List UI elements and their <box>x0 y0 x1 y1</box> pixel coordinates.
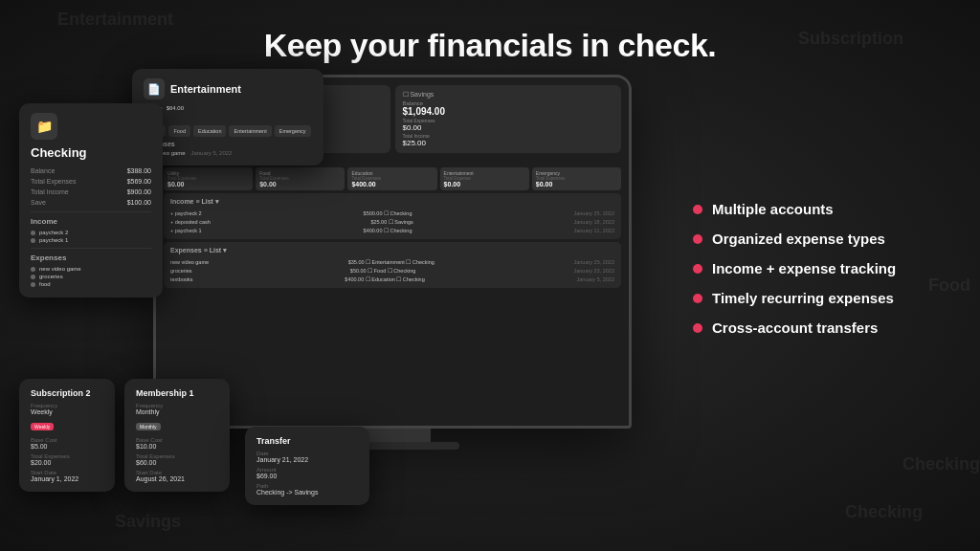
savings-title: Savings <box>410 91 434 98</box>
income-value: $900.00 <box>127 188 151 195</box>
ent-area-4: Emergency <box>275 125 311 137</box>
income-name-0: paycheck 2 <box>39 230 68 235</box>
savings-icon-label: ☐ Savings <box>403 91 614 99</box>
entertainment-header: 📄 Entertainment <box>144 78 312 99</box>
area-education: Education Total Expenses $400.00 <box>347 167 436 190</box>
sub-start-value: January 1, 2022 <box>31 475 103 482</box>
savings-account-card: ☐ Savings Balance $1,094.00 Total Expens… <box>395 85 622 153</box>
ent-expenses-label: Expenses <box>144 141 312 147</box>
transfer-title: Transfer <box>256 436 358 446</box>
feature-label-4: Cross-account transfers <box>712 320 878 336</box>
page-title: Keep your financials in check. <box>0 27 980 64</box>
area-food: Food Total Expenses $0.00 <box>256 167 345 190</box>
membership-title: Membership 1 <box>136 388 218 398</box>
ent-areas-row: Utility Food Education Entertainment Eme… <box>144 125 312 137</box>
entertainment-title: Entertainment <box>170 83 241 95</box>
income-name-1: paycheck 1 <box>39 237 68 243</box>
expense-row-0: new video game $35.00 ☐ Entertainment ☐ … <box>170 257 614 266</box>
expenses-value: $569.00 <box>127 178 151 185</box>
subscription-panel: Subscription 2 Frequency Weekly Weekly B… <box>19 379 115 492</box>
feature-item-0: Multiple accounts <box>693 201 951 217</box>
feature-dot-3 <box>693 294 702 303</box>
income-row-2: + paycheck 1 $400.00 ☐ Checking January … <box>170 226 614 234</box>
expense-item-0: new video game <box>31 265 151 273</box>
expense-item-2: food <box>31 280 151 288</box>
expense-name-1: groceries <box>39 274 63 279</box>
income-item-1: paycheck 1 <box>31 236 151 244</box>
expense-row-1: groceries $50.00 ☐ Food ☐ Checking Janua… <box>170 266 614 275</box>
feature-item-2: Income + expense tracking <box>693 260 951 276</box>
expenses-title: Expenses ≡ List ▾ <box>170 247 614 254</box>
area-entertainment-amount: $0.00 <box>444 181 525 187</box>
feature-dot-4 <box>693 323 702 333</box>
expenses-label: Total Expenses <box>31 178 76 185</box>
transfer-amount-value: $69.00 <box>256 473 358 479</box>
areas-row: Utility Total Expenses $0.00 Food Total … <box>164 167 621 190</box>
income-item-0: paycheck 2 <box>31 229 151 236</box>
expense-item-1: groceries <box>31 273 151 280</box>
membership-panel: Membership 1 Frequency Monthly Monthly B… <box>124 379 230 492</box>
ent-area-1: Food <box>168 125 190 137</box>
area-emergency-amount: $0.00 <box>536 181 617 187</box>
mem-freq-value: Monthly <box>136 408 218 415</box>
mem-start-value: August 26, 2021 <box>136 475 218 482</box>
features-panel: Multiple accounts Organized expense type… <box>693 201 951 349</box>
area-food-amount: $0.00 <box>259 181 341 187</box>
feature-item-1: Organized expense types <box>693 231 951 247</box>
checking-save-row: Save $100.00 <box>31 197 151 208</box>
feature-item-4: Cross-account transfers <box>693 320 951 336</box>
mem-freq-badge: Monthly <box>136 423 161 430</box>
income-row-0: + paycheck 2 $500.00 ☐ Checking January … <box>170 209 614 217</box>
income-section: Income ≡ List ▾ + paycheck 2 $500.00 ☐ C… <box>164 193 621 239</box>
income-title: Income ≡ List ▾ <box>170 198 614 206</box>
transfer-path-value: Checking -> Savings <box>256 489 358 496</box>
entertainment-icon: 📄 <box>144 78 165 99</box>
checking-income-row: Total Income $900.00 <box>31 187 151 197</box>
ent-areas-title: Areas <box>144 115 312 121</box>
area-utility-amount: $0.00 <box>167 181 249 187</box>
checking-panel-icon: 📁 <box>31 113 57 140</box>
expenses-table: new video game $35.00 ☐ Entertainment ☐ … <box>170 257 614 283</box>
balance-value: $388.00 <box>127 167 151 174</box>
area-entertainment: Entertainment Total Expense $0.00 <box>440 167 529 190</box>
transfer-date-value: January 21, 2022 <box>256 456 358 463</box>
save-value: $100.00 <box>127 199 151 206</box>
entertainment-rows: Income $64.00 <box>144 105 312 111</box>
income-row-1: + deposited cash $25.00 ☐ Savings Januar… <box>170 217 614 226</box>
transfer-panel: Transfer Date January 21, 2022 Amount $6… <box>245 427 369 505</box>
ent-area-3: Entertainment <box>229 125 271 137</box>
sub-base-value: $5.00 <box>31 443 103 450</box>
income-table: + paycheck 2 $500.00 ☐ Checking January … <box>170 209 614 234</box>
feature-label-0: Multiple accounts <box>712 201 834 217</box>
ent-expense-item: new video game January 5, 2022 <box>144 150 312 156</box>
mem-total-value: $60.00 <box>136 459 218 466</box>
sub-freq-badge: Weekly <box>31 423 54 430</box>
checking-expenses-row: Total Expenses $569.00 <box>31 176 151 187</box>
expenses-section-title: Expenses <box>31 253 151 262</box>
subscription-title: Subscription 2 <box>31 388 103 398</box>
feature-dot-1 <box>693 234 702 244</box>
ent-income-value: $64.00 <box>167 105 184 111</box>
area-emergency: Emergency Total Expenses $0.00 <box>532 167 621 190</box>
feature-item-3: Timely recurring expenses <box>693 290 951 306</box>
expenses-section: Expenses ≡ List ▾ new video game $35.00 … <box>164 242 621 288</box>
sub-total-value: $20.00 <box>31 459 103 466</box>
feature-dot-0 <box>693 205 702 214</box>
expense-row-2: textbooks $400.00 ☐ Education ☐ Checking… <box>170 275 614 283</box>
sub-freq-value: Weekly <box>31 408 103 415</box>
checking-balance-row: Balance $388.00 <box>31 165 151 176</box>
area-utility: Utility Total Expenses $0.00 <box>164 167 253 190</box>
checking-panel: 📁 Checking Balance $388.00 Total Expense… <box>19 103 163 298</box>
feature-dot-2 <box>693 264 702 274</box>
save-label: Save <box>31 199 46 206</box>
savings-expenses: $0.00 <box>403 123 614 132</box>
expense-name-2: food <box>39 281 51 287</box>
mem-base-value: $10.00 <box>136 443 218 450</box>
balance-label: Balance <box>31 167 55 174</box>
savings-balance: $1,094.00 <box>403 106 614 117</box>
feature-label-2: Income + expense tracking <box>712 260 896 276</box>
feature-label-3: Timely recurring expenses <box>712 290 894 306</box>
expense-name-0: new video game <box>39 266 81 272</box>
income-section-title: Income <box>31 217 151 226</box>
savings-income: $25.00 <box>403 139 614 147</box>
